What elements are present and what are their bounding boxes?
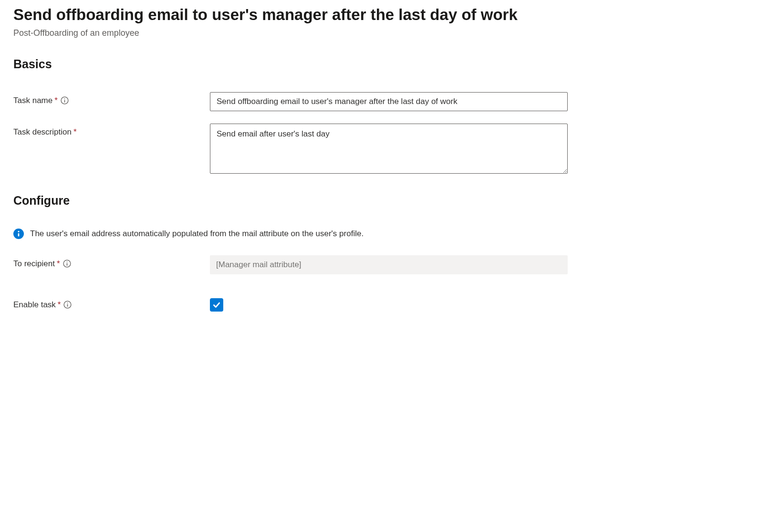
to-recipient-label-text: To recipient [13, 259, 55, 269]
task-description-label-text: Task description [13, 127, 72, 137]
required-indicator: * [73, 127, 77, 137]
info-icon [13, 229, 24, 239]
to-recipient-row: To recipient * [Manager mail attribute] [13, 255, 746, 274]
required-indicator: * [54, 96, 58, 105]
task-name-label: Task name * [13, 92, 210, 105]
enable-task-row: Enable task * [13, 296, 746, 312]
enable-task-label: Enable task * [13, 296, 210, 310]
task-description-row: Task description * [13, 124, 746, 176]
svg-point-5 [18, 231, 19, 232]
to-recipient-label: To recipient * [13, 255, 210, 269]
info-banner: The user's email address automatically p… [13, 229, 746, 239]
page-subtitle: Post-Offboarding of an employee [13, 28, 746, 38]
info-icon[interactable] [61, 96, 69, 104]
svg-point-2 [64, 98, 65, 99]
info-icon[interactable] [63, 301, 72, 309]
info-icon[interactable] [63, 260, 71, 268]
task-name-row: Task name * [13, 92, 746, 111]
configure-heading: Configure [13, 194, 746, 208]
page-title: Send offboarding email to user's manager… [13, 5, 746, 25]
svg-point-8 [66, 261, 67, 262]
task-name-label-text: Task name [13, 96, 52, 105]
info-banner-text: The user's email address automatically p… [30, 229, 364, 239]
required-indicator: * [57, 259, 60, 269]
svg-point-11 [67, 303, 68, 303]
enable-task-checkbox[interactable] [210, 298, 223, 312]
task-name-input[interactable] [210, 92, 568, 111]
svg-rect-4 [18, 233, 20, 237]
to-recipient-field: [Manager mail attribute] [210, 255, 568, 274]
required-indicator: * [58, 300, 61, 310]
task-description-label: Task description * [13, 124, 210, 137]
task-description-input[interactable] [210, 124, 568, 174]
basics-heading: Basics [13, 57, 746, 71]
enable-task-label-text: Enable task [13, 300, 56, 310]
